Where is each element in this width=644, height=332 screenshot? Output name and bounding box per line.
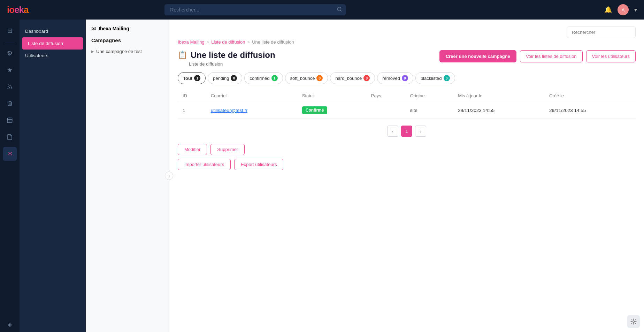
tab-removed[interactable]: removed 0 xyxy=(377,72,413,84)
import-export-buttons: Importer utilisateurs Export utilisateur… xyxy=(178,159,636,170)
pagination-next[interactable]: › xyxy=(415,126,426,137)
create-campaign-button[interactable]: Créer une nouvelle campagne xyxy=(439,50,516,62)
page-subtitle: Liste de diffusion xyxy=(189,61,275,67)
col-mis-a-jour: Mis à jour le xyxy=(453,90,544,102)
tab-soft-bounce-badge: 0 xyxy=(316,75,323,81)
tab-hard-bounce-label: hard_bounce xyxy=(335,76,362,81)
modifier-button[interactable]: Modifier xyxy=(178,144,207,155)
mailing-icon: ✉ xyxy=(91,25,96,32)
svg-rect-3 xyxy=(7,118,12,123)
cell-origine: site xyxy=(405,102,453,119)
sidebar-icon-settings[interactable]: ⚙ xyxy=(3,46,17,60)
campaigns-title: Campagnes xyxy=(91,37,163,43)
tab-tout[interactable]: Tout 1 xyxy=(178,72,206,84)
main-content: Ibexa Mailing > Liste de diffusion > Une… xyxy=(169,20,644,332)
tab-hard-bounce[interactable]: hard_bounce 0 xyxy=(330,72,375,84)
tab-confirmed-label: confirmed xyxy=(250,76,269,81)
bottom-corner-icon[interactable] xyxy=(627,315,640,328)
user-dropdown-arrow[interactable]: ▾ xyxy=(634,7,637,13)
sidebar-icon-document[interactable] xyxy=(3,130,17,144)
campaign-item[interactable]: ▶ Une campagne de test xyxy=(91,47,163,55)
breadcrumb-sep-2: > xyxy=(247,39,250,45)
col-id: ID xyxy=(178,90,206,102)
page-header-right: Créer une nouvelle campagne Voir les lis… xyxy=(439,50,636,62)
filter-tabs: Tout 1 pending 0 confirmed 1 soft_bounce… xyxy=(178,72,636,84)
tab-soft-bounce[interactable]: soft_bounce 0 xyxy=(285,72,328,84)
breadcrumb-ibexa-mailing[interactable]: Ibexa Mailing xyxy=(178,39,205,45)
cell-cree-le: 29/11/2023 14:55 xyxy=(544,102,636,119)
tab-confirmed[interactable]: confirmed 1 xyxy=(244,72,283,84)
col-email: Courriel xyxy=(206,90,297,102)
table-row: 1 utilisateur@test.fr Confirmé site 29/1… xyxy=(178,102,636,119)
tab-soft-bounce-label: soft_bounce xyxy=(290,76,315,81)
cell-pays xyxy=(366,102,405,119)
sidebar-bottom-icon[interactable]: ◈ xyxy=(8,321,12,328)
col-status: Statut xyxy=(297,90,366,102)
left-navigation: Dashboard Liste de diffusion Utilisateur… xyxy=(20,20,86,332)
svg-point-0 xyxy=(337,7,341,11)
cell-email: utilisateur@test.fr xyxy=(206,102,297,119)
tab-confirmed-badge: 1 xyxy=(271,75,278,81)
sidebar-icon-rss[interactable] xyxy=(3,80,17,94)
breadcrumb-sep-1: > xyxy=(207,39,209,45)
view-lists-button[interactable]: Voir les listes de diffusion xyxy=(520,50,583,62)
cell-status: Confirmé xyxy=(297,102,366,119)
status-badge-confirmed: Confirmé xyxy=(302,106,328,114)
svg-point-7 xyxy=(633,321,635,323)
email-link[interactable]: utilisateur@test.fr xyxy=(211,108,247,113)
tab-tout-label: Tout xyxy=(183,76,192,81)
app-logo[interactable]: ioeka xyxy=(7,5,29,15)
col-origine: Origine xyxy=(405,90,453,102)
svg-line-1 xyxy=(340,10,342,12)
tab-blacklisted-badge: 0 xyxy=(444,75,450,81)
col-pays: Pays xyxy=(366,90,405,102)
tab-pending[interactable]: pending 0 xyxy=(208,72,242,84)
page-header-left: 📋 Une liste de diffusion Liste de diffus… xyxy=(178,50,275,67)
breadcrumb: Ibexa Mailing > Liste de diffusion > Une… xyxy=(178,39,636,45)
exporter-button[interactable]: Export utilisateurs xyxy=(234,159,283,170)
page-title-icon: 📋 xyxy=(178,51,187,60)
tab-blacklisted[interactable]: blacklisted 0 xyxy=(415,72,455,84)
sidebar-icon-trash[interactable] xyxy=(3,97,17,111)
user-avatar[interactable]: A xyxy=(618,4,629,15)
nav-item-dashboard[interactable]: Dashboard xyxy=(20,25,86,37)
sidebar-icon-email[interactable]: ✉ xyxy=(3,147,17,161)
mailing-label: Ibexa Mailing xyxy=(99,26,129,31)
cell-mis-a-jour: 29/11/2023 14:55 xyxy=(453,102,544,119)
pagination-page-1[interactable]: 1 xyxy=(401,126,412,137)
tab-tout-badge: 1 xyxy=(194,75,200,81)
icon-sidebar: ⊞ ⚙ ★ ✉ ◈ xyxy=(0,20,20,332)
page-header: 📋 Une liste de diffusion Liste de diffus… xyxy=(178,50,636,67)
breadcrumb-liste-diffusion[interactable]: Liste de diffusion xyxy=(211,39,245,45)
tab-blacklisted-label: blacklisted xyxy=(421,76,442,81)
view-users-button[interactable]: Voir les utilisateurs xyxy=(586,50,636,62)
tab-removed-label: removed xyxy=(382,76,400,81)
top-navigation: ioeka 🔔 A ▾ xyxy=(0,0,644,20)
breadcrumb-current: Une liste de diffusion xyxy=(252,39,294,45)
campaign-arrow-icon: ▶ xyxy=(91,50,94,53)
global-search xyxy=(164,4,346,15)
cell-id: 1 xyxy=(178,102,206,119)
sidebar-icon-dashboard[interactable]: ⊞ xyxy=(3,24,17,38)
sidebar-icon-table[interactable] xyxy=(3,113,17,127)
campaigns-panel: ‹ ✉ Ibexa Mailing Campagnes ▶ Une campag… xyxy=(86,20,169,332)
nav-item-liste-diffusion[interactable]: Liste de diffusion xyxy=(22,37,83,50)
sidebar-icon-starred[interactable]: ★ xyxy=(3,63,17,77)
tab-pending-badge: 0 xyxy=(231,75,237,81)
importer-button[interactable]: Importer utilisateurs xyxy=(178,159,231,170)
tab-removed-badge: 0 xyxy=(402,75,408,81)
nav-item-utilisateurs[interactable]: Utilisateurs xyxy=(20,50,86,62)
search-icon-button[interactable] xyxy=(337,7,342,13)
page-title: 📋 Une liste de diffusion xyxy=(178,50,275,60)
panel-toggle-button[interactable]: ‹ xyxy=(165,172,173,180)
notification-bell[interactable]: 🔔 xyxy=(604,6,612,14)
supprimer-button[interactable]: Supprimer xyxy=(210,144,245,155)
page-title-text: Une liste de diffusion xyxy=(191,50,275,60)
svg-point-2 xyxy=(8,89,8,89)
subscribers-table: ID Courriel Statut Pays Origine Mis à jo… xyxy=(178,90,636,119)
pagination-prev[interactable]: ‹ xyxy=(387,126,398,137)
nav-right: 🔔 A ▾ xyxy=(604,4,637,15)
action-buttons: Modifier Supprimer xyxy=(178,144,636,155)
global-search-input[interactable] xyxy=(164,4,346,15)
content-search-input[interactable] xyxy=(567,27,636,38)
